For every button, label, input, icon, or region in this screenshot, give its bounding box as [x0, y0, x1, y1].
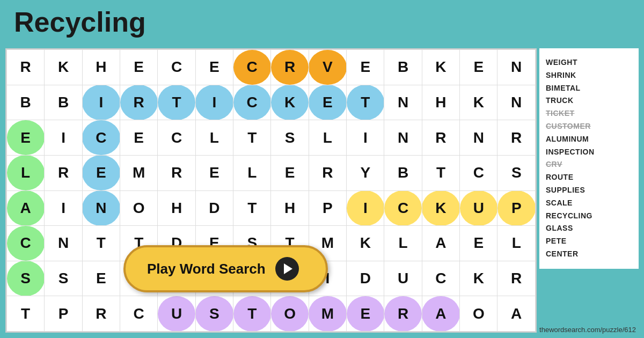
grid-cell: N [384, 85, 422, 120]
grid-cell: N [497, 85, 536, 120]
play-icon [275, 257, 299, 281]
grid-cell: T [233, 120, 271, 156]
play-button-label: Play Word Search [147, 261, 266, 277]
grid-cell: R [271, 50, 309, 85]
grid-cell: H [158, 190, 195, 226]
grid-cell: M [120, 155, 158, 190]
word-list-item: ROUTE [546, 171, 632, 184]
grid-cell: L [309, 120, 346, 156]
grid-cell: R [422, 120, 459, 156]
grid-cell: E [195, 50, 233, 85]
grid-cell: K [347, 226, 384, 261]
grid-cell: E [195, 155, 233, 190]
word-list-item: CUSTOMER [546, 120, 632, 133]
word-list-item: RECYCLING [546, 210, 632, 223]
grid-cell: L [497, 226, 536, 261]
grid-cell: K [460, 85, 497, 120]
grid-cell: R [309, 155, 346, 190]
grid-cell: E [347, 296, 384, 332]
grid-cell: O [120, 190, 158, 226]
grid-cell: A [422, 296, 459, 332]
word-list-item: SHRINK [546, 69, 632, 82]
grid-cell: I [195, 85, 233, 120]
grid-cell: S [45, 261, 82, 296]
grid-cell: S [497, 155, 536, 190]
grid-cell: N [384, 120, 422, 156]
grid-cell: E [460, 50, 497, 85]
word-list-item: CENTER [546, 248, 632, 261]
grid-cell: S [7, 261, 45, 296]
grid-cell: L [233, 155, 271, 190]
grid-cell: N [45, 226, 82, 261]
grid-cell: U [158, 296, 195, 332]
word-list-item: ALUMINUM [546, 133, 632, 146]
grid-cell: I [347, 190, 384, 226]
grid-cell: T [422, 155, 459, 190]
grid-cell: I [347, 120, 384, 156]
grid-cell: T [82, 226, 120, 261]
grid-cell: L [195, 120, 233, 156]
grid-cell: C [7, 226, 45, 261]
grid-cell: Y [347, 155, 384, 190]
page-title: Recycling [14, 6, 146, 38]
grid-cell: M [309, 296, 346, 332]
grid-cell: B [7, 85, 45, 120]
grid-cell: C [233, 50, 271, 85]
grid-cell: A [497, 296, 536, 332]
grid-cell: O [271, 296, 309, 332]
grid-cell: U [384, 261, 422, 296]
watermark: thewordsearch.com/puzzle/612 [539, 326, 636, 334]
grid-cell: C [422, 261, 459, 296]
word-list-item: SCALE [546, 197, 632, 210]
grid-cell: I [45, 190, 82, 226]
grid-cell: N [460, 120, 497, 156]
grid-cell: E [82, 155, 120, 190]
grid-cell: L [384, 226, 422, 261]
grid-cell: E [309, 85, 346, 120]
grid-cell: O [460, 296, 497, 332]
grid-cell: L [7, 155, 45, 190]
grid-cell: C [120, 296, 158, 332]
grid-cell: C [233, 85, 271, 120]
grid-cell: E [120, 120, 158, 156]
word-list-item: PETE [546, 235, 632, 248]
grid-cell: R [497, 261, 536, 296]
grid-cell: N [82, 190, 120, 226]
grid-cell: B [45, 85, 82, 120]
grid-cell: K [271, 85, 309, 120]
grid-cell: B [384, 155, 422, 190]
play-word-search-button[interactable]: Play Word Search [123, 245, 328, 292]
grid-cell: E [460, 226, 497, 261]
grid-cell: I [45, 120, 82, 156]
grid-cell: D [347, 261, 384, 296]
grid-cell: K [422, 50, 459, 85]
word-list-item: INSPECTION [546, 146, 632, 159]
grid-cell: R [120, 85, 158, 120]
grid-cell: S [271, 120, 309, 156]
grid-cell: T [7, 296, 45, 332]
grid-cell: K [460, 261, 497, 296]
grid-cell: S [195, 296, 233, 332]
grid-cell: K [422, 190, 459, 226]
grid-cell: T [233, 296, 271, 332]
grid-cell: R [7, 50, 45, 85]
grid-cell: N [497, 50, 536, 85]
grid-cell: A [422, 226, 459, 261]
grid-cell: P [45, 296, 82, 332]
play-button-container[interactable]: Play Word Search [123, 245, 328, 292]
word-list-item: CRV [546, 158, 632, 171]
grid-cell: P [497, 190, 536, 226]
grid-cell: C [158, 50, 195, 85]
grid-cell: E [82, 261, 120, 296]
grid-cell: E [271, 155, 309, 190]
grid-cell: R [82, 296, 120, 332]
grid-cell: H [82, 50, 120, 85]
grid-cell: T [158, 85, 195, 120]
word-list-item: WEIGHT [546, 56, 632, 69]
word-list-item: TRUCK [546, 94, 632, 107]
word-list-item: BIMETAL [546, 82, 632, 95]
grid-cell: R [45, 155, 82, 190]
grid-cell: V [309, 50, 346, 85]
grid-cell: E [120, 50, 158, 85]
word-list-item: GLASS [546, 222, 632, 235]
